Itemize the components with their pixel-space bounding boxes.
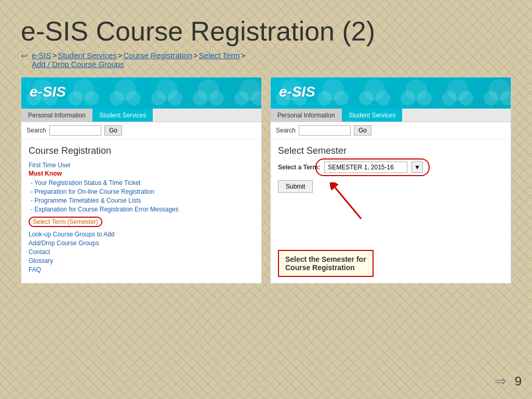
right-panel: e-SIS Personal Information Student Servi…	[270, 77, 511, 284]
menu-item-3[interactable]: - Programme Timetables & Course Lists	[29, 197, 254, 204]
left-panel-heading: Course Registration	[29, 145, 254, 156]
breadcrumb-add-drop[interactable]: Add / Drop Course Groups	[32, 60, 124, 69]
right-tab-personal-info[interactable]: Personal Information	[271, 109, 342, 122]
left-search-label: Search	[26, 127, 46, 134]
arrow-area	[278, 198, 503, 229]
breadcrumb: ↩ e-SIS > Student Services > Course Regi…	[21, 51, 511, 69]
right-esis-header: e-SIS	[271, 77, 511, 109]
left-nav-tabs: Personal Information Student Services	[21, 109, 261, 122]
menu-contact[interactable]: Contact	[29, 248, 254, 256]
slide-title: e-SIS Course Registration (2)	[21, 16, 511, 47]
right-search-button[interactable]: Go	[354, 125, 371, 136]
right-search-label: Search	[276, 127, 296, 134]
menu-item-2[interactable]: - Preparation for On-line Course Registr…	[29, 188, 254, 195]
right-tab-student-services[interactable]: Student Services	[342, 109, 403, 122]
breadcrumb-select-term[interactable]: Select Term	[199, 51, 240, 60]
menu-lookup-groups[interactable]: Look-up Course Groups to Add	[29, 231, 254, 238]
right-panel-content: Select Semester Select a Term: ▼ Submit	[271, 139, 511, 283]
breadcrumb-esis[interactable]: e-SIS	[32, 51, 51, 60]
select-term-field-label: Select a Term:	[278, 164, 320, 171]
annotation-box: Select the Semester forCourse Registrati…	[278, 250, 374, 277]
annotation-text: Select the Semester forCourse Registrati…	[285, 255, 366, 272]
breadcrumb-icon: ↩	[21, 51, 28, 61]
left-tab-personal-info[interactable]: Personal Information	[21, 109, 92, 122]
menu-item-4[interactable]: - Explanation for Course Registration Er…	[29, 206, 254, 213]
left-search-input[interactable]	[49, 125, 101, 136]
first-time-user-label: First Time User	[29, 162, 254, 169]
annotation-box-container: Select the Semester forCourse Registrati…	[278, 245, 503, 277]
left-esis-logo: e-SIS	[30, 84, 66, 100]
svg-line-1	[335, 188, 361, 219]
menu-item-1[interactable]: - Your Registration Status & Time Ticket	[29, 179, 254, 187]
right-nav-tabs: Personal Information Student Services	[271, 109, 511, 122]
breadcrumb-student-services[interactable]: Student Services	[58, 51, 116, 60]
menu-add-drop-groups[interactable]: Add/Drop Course Groups	[29, 240, 254, 247]
menu-glossary[interactable]: Glossary	[29, 257, 254, 264]
menu-faq[interactable]: FAQ	[29, 266, 254, 273]
select-term-input[interactable]	[324, 162, 407, 173]
breadcrumb-course-registration[interactable]: Course Registration	[123, 51, 192, 60]
red-arrow-svg	[330, 182, 371, 224]
left-search-button[interactable]: Go	[104, 125, 122, 136]
panels-container: e-SIS Personal Information Student Servi…	[21, 77, 511, 284]
right-search-input[interactable]	[299, 125, 351, 136]
left-esis-header: e-SIS	[21, 77, 261, 109]
left-panel: e-SIS Personal Information Student Servi…	[21, 77, 262, 284]
left-panel-content: Course Registration First Time User Must…	[21, 139, 261, 282]
left-tab-student-services[interactable]: Student Services	[92, 109, 153, 122]
right-esis-logo: e-SIS	[279, 84, 315, 100]
select-term-active[interactable]: Select Term (Semester)	[29, 217, 102, 227]
left-search-bar: Search Go	[21, 122, 261, 139]
must-know-label: Must Know	[29, 170, 254, 177]
left-menu-section: First Time User Must Know - Your Registr…	[29, 162, 254, 273]
right-search-bar: Search Go	[271, 122, 511, 139]
right-panel-heading: Select Semester	[278, 145, 503, 156]
select-term-dropdown-btn[interactable]: ▼	[411, 162, 423, 173]
submit-button[interactable]: Submit	[278, 180, 313, 193]
